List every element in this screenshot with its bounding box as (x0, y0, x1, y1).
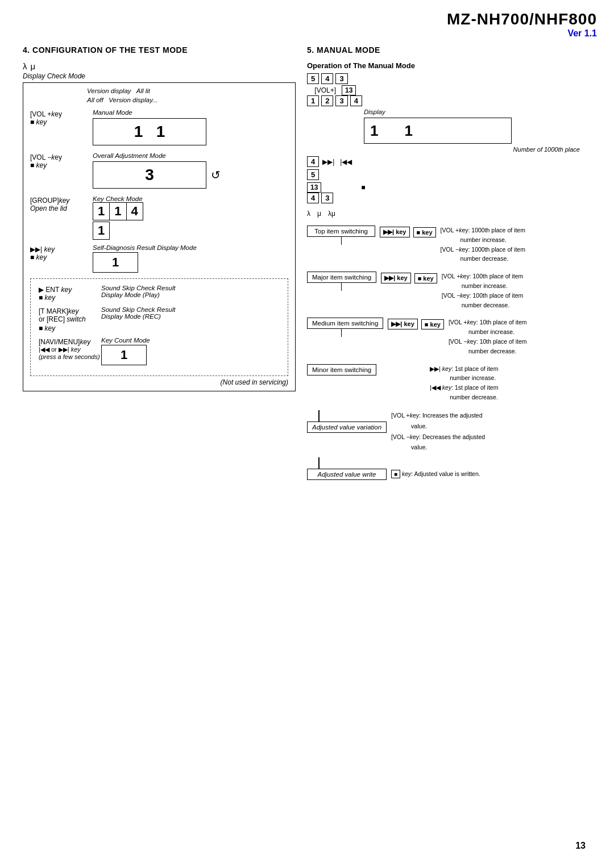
two-column-layout: 4. CONFIGURATION OF THE TEST MODE λ μ Di… (23, 45, 597, 480)
top-switching-row: Top item switching ▶▶| key ■ key [VOL +k… (307, 226, 580, 264)
steps-1234-row: 1 2 3 4 (307, 95, 580, 106)
step3-box: 3 (335, 73, 347, 84)
main-content: 4. CONFIGURATION OF THE TEST MODE λ μ Di… (23, 45, 597, 480)
left-column: 4. CONFIGURATION OF THE TEST MODE λ μ Di… (23, 45, 301, 480)
adj-write-label: Adjusted value write (307, 469, 387, 480)
minor-desc: ▶▶| key: 1st place of item number increa… (430, 364, 580, 402)
key-check-row: [GROUP]key Open the lid Key Check Mode 1… (30, 195, 288, 240)
manual-mode-row: [VOL +key ■ key Manual Mode 1 1 (30, 109, 288, 148)
self-diag-label: Self-Diagnosis Result Display Mode (93, 244, 288, 251)
lambda-mu-line: λ μ λμ (307, 209, 580, 219)
top-key1: ▶▶| key (380, 227, 410, 237)
header: MZ-NH700/NHF800 Ver 1.1 (447, 10, 597, 39)
manual-mode-label: Manual Mode (93, 109, 288, 116)
vol-plus-13-line: [VOL+] 13 (307, 86, 580, 94)
number-1000th-label: Number of 1000th place (364, 146, 580, 153)
major-key1: ▶▶| key (381, 273, 411, 283)
header-version: Ver 1.1 (447, 28, 597, 39)
major-desc: [VOL +key: 100th place of item number in… (442, 272, 580, 310)
major-item-label: Major item switching (307, 272, 376, 283)
manual-mode-display: 1 1 (93, 118, 206, 145)
dashed-modes-block: ▶ ENT key ■ key Sound Skip Check ResultD… (30, 278, 288, 376)
square-key-5: ■ key (39, 324, 101, 332)
medium-item-label: Medium item switching (307, 318, 383, 329)
not-used-label: (Not used in servicing) (30, 378, 288, 386)
overall-adj-row: [VOL −key ■ key Overall Adjustment Mode … (30, 152, 288, 191)
top-item-label: Top item switching (307, 226, 375, 237)
self-diag-row: ▶▶| key ■ key Self-Diagnosis Result Disp… (30, 244, 288, 274)
overall-adj-label: Overall Adjustment Mode (93, 152, 288, 159)
step5-box: 5 (307, 73, 319, 84)
step4-num-box: 4 (307, 156, 319, 167)
step4b-box: 4 (350, 95, 362, 106)
step4-box: 4 (321, 73, 333, 84)
minor-item-label: Minor item switching (307, 364, 376, 375)
step4-row: 4 ▶▶| |◀◀ (307, 156, 580, 167)
vol-plus-key-label: [VOL +key (30, 110, 93, 118)
step4c-box: 4 (307, 193, 319, 203)
medium-key1: ▶▶| key (388, 319, 418, 329)
step5-row: 5 (307, 169, 580, 180)
adj-variation-label: Adjusted value variation (307, 422, 387, 433)
top-key2: ■ key (413, 227, 436, 237)
sound-skip-play-label: Sound Skip Check ResultDisplay Mode (Pla… (101, 285, 280, 298)
mu-sym: μ (31, 61, 36, 71)
self-diag-display: 1 (93, 252, 138, 273)
switching-section: Top item switching ▶▶| key ■ key [VOL +k… (307, 226, 580, 480)
display-label: Display (364, 108, 580, 115)
step2-box: 2 (321, 95, 333, 106)
key-check-sub-display: 1 (93, 222, 110, 240)
adj-write-section: Adjusted value write ■ key: Adjusted val… (307, 457, 580, 480)
manual-op-title: Operation of The Manual Mode (307, 61, 580, 70)
all-off-label: All off Version display... (87, 97, 158, 103)
steps-43-row: 4 3 (307, 193, 580, 203)
square-key-3: ■ key (30, 253, 93, 261)
key-count-display: 1 (101, 345, 147, 365)
right-display: 1 1 (364, 118, 512, 144)
step1-box: 1 (307, 95, 319, 106)
step5-num-box: 5 (307, 169, 319, 180)
sound-skip-play-row: ▶ ENT key ■ key Sound Skip Check ResultD… (39, 285, 280, 302)
adj-write-desc: ■ key: Adjusted value is written. (391, 469, 480, 479)
major-key2: ■ key (414, 273, 437, 283)
adj-variation-desc: [VOL +key: Increases the adjusted value.… (391, 410, 485, 453)
write-key-box: ■ (391, 470, 400, 478)
fwd-key-label: ▶▶| key (30, 245, 93, 253)
top-desc: [VOL +key: 1000th place of item number i… (441, 226, 580, 264)
left-section-title: 4. CONFIGURATION OF THE TEST MODE (23, 45, 296, 55)
tmark-key-label: [T MARK]keyor [REC] switch (39, 307, 101, 323)
ent-key-label: ▶ ENT key (39, 286, 101, 294)
key-count-label: Key Count Mode (101, 337, 280, 344)
version-display-label: Version display All lit (87, 87, 150, 94)
medium-desc: [VOL +key: 10th place of item number inc… (449, 318, 580, 356)
step3b-box: 3 (335, 95, 347, 106)
step13-num-box: 13 (307, 182, 321, 193)
sound-skip-rec-label: Sound Skip Check ResultDisplay Mode (REC… (101, 306, 280, 320)
num13-box: 13 (342, 85, 356, 95)
square-key-2: ■ key (30, 161, 93, 169)
navi-menu-key-label: [NAVI/MENU]key (39, 338, 101, 346)
steps-543-row: 5 4 3 (307, 73, 580, 84)
display-num-right: 1 (404, 122, 412, 140)
minor-switching-row: Minor item switching ▶▶| key: 1st place … (307, 364, 580, 402)
adj-variation-section: Adjusted value variation [VOL +key: Incr… (307, 410, 580, 453)
vol-minus-key-label: [VOL −key (30, 153, 93, 161)
rew-fwd-key-label: |◀◀ or ▶▶| key(press a few seconds) (39, 346, 101, 360)
square-key-4: ■ key (39, 294, 101, 302)
display-check-label: Display Check Mode (23, 72, 296, 80)
key-count-row: [NAVI/MENU]key |◀◀ or ▶▶| key(press a fe… (39, 337, 280, 366)
overall-adj-display: 3 (93, 161, 206, 189)
open-lid-label: Open the lid (30, 205, 93, 212)
medium-key2: ■ key (421, 319, 444, 329)
square-key-1: ■ key (30, 118, 93, 126)
step13-row: 13 ■ (307, 183, 580, 191)
right-column: 5. MANUAL MODE Operation of The Manual M… (301, 45, 580, 480)
key-check-display: 1 1 4 (93, 202, 143, 220)
group-key-label: [GROUP]key (30, 197, 93, 205)
sound-skip-rec-row: [T MARK]keyor [REC] switch ■ key Sound S… (39, 306, 280, 332)
lambda-sym: λ (23, 61, 27, 71)
major-switching-row: Major item switching ▶▶| key ■ key [VOL … (307, 272, 580, 310)
page-number: 13 (575, 841, 586, 851)
key-check-label: Key Check Mode (93, 195, 288, 202)
circle-sym: ↺ (211, 168, 221, 182)
